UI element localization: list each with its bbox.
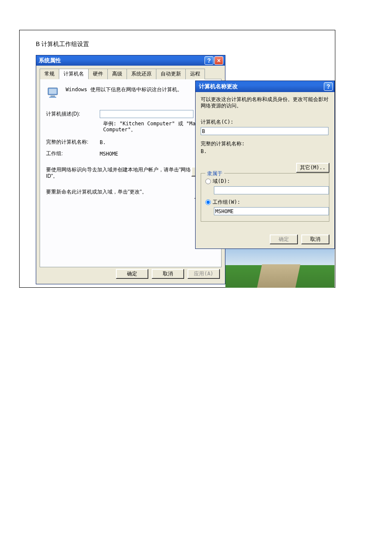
sysprops-cancel-button[interactable]: 取消 (152, 269, 184, 279)
netid-text: 要使用网络标识向导去加入域并创建本地用户帐户，请单击"网络 ID"。 (46, 167, 191, 179)
tab-system-restore[interactable]: 系统还原 (127, 69, 156, 79)
member-of-fieldset: 隶属于 域(D): 工作组(W): (201, 173, 329, 222)
tab-computer-name[interactable]: 计算机名 (59, 69, 89, 79)
svg-rect-2 (51, 95, 55, 97)
svg-rect-1 (49, 89, 57, 94)
tab-advanced[interactable]: 高级 (107, 69, 127, 79)
domain-label: 域(D): (213, 178, 230, 185)
change-text: 要重新命名此计算机或加入域，单击"更改"。 (46, 189, 194, 195)
rename-titlebar[interactable]: 计算机名称更改 ? (196, 81, 334, 92)
close-icon[interactable]: × (214, 56, 223, 65)
section-title: B 计算机工作组设置 (36, 40, 335, 48)
tab-general[interactable]: 常规 (40, 69, 59, 79)
sysprops-tabs: 常规 计算机名 硬件 高级 系统还原 自动更新 远程 (36, 66, 225, 79)
rename-desc: 可以更改这台计算机的名称和成员身份。更改可能会影对网络资源的访问。 (201, 96, 329, 109)
workgroup-input[interactable] (214, 207, 329, 215)
tabpanel-computer-name: Windows 使用以下信息在网络中标识这台计算机。 计算机描述(D): 举例:… (40, 79, 222, 267)
full-name-label2: 完整的计算机名称: (201, 140, 329, 147)
full-name-value2: B. (201, 148, 329, 154)
desc-label: 计算机描述(D): (46, 110, 100, 118)
rename-title: 计算机名称更改 (199, 83, 323, 90)
workgroup-value: MSHOME (100, 151, 118, 157)
sysprops-apply-button[interactable]: 应用(A) (187, 269, 220, 279)
svg-rect-3 (49, 97, 57, 98)
computer-name-change-window: 计算机名称更改 ? 可以更改这台计算机的名称和成员身份。更改可能会影对网络资源的… (195, 81, 335, 249)
full-name-value: B. (100, 139, 106, 145)
computer-name-input[interactable] (201, 127, 329, 135)
tab-auto-update[interactable]: 自动更新 (156, 69, 186, 79)
workgroup-radio-label: 工作组(W): (213, 199, 240, 206)
workgroup-radio[interactable] (205, 199, 211, 205)
name-label: 计算机名(C): (201, 119, 329, 126)
domain-input[interactable] (214, 186, 329, 194)
intro-text: Windows 使用以下信息在网络中标识这台计算机。 (66, 84, 182, 93)
domain-radio[interactable] (205, 179, 211, 184)
tab-remote[interactable]: 远程 (185, 69, 205, 79)
sysprops-ok-button[interactable]: 确定 (116, 269, 148, 279)
full-name-label: 完整的计算机名称: (46, 139, 100, 146)
help-icon[interactable]: ? (205, 56, 213, 65)
tab-hardware[interactable]: 硬件 (88, 69, 108, 79)
sysprops-titlebar[interactable]: 系统属性 ? × (36, 55, 225, 66)
sysprops-title: 系统属性 (39, 57, 204, 64)
desc-input[interactable] (100, 110, 193, 118)
rename-ok-button[interactable]: 确定 (270, 234, 298, 244)
help-icon[interactable]: ? (324, 82, 333, 91)
more-button[interactable]: 其它(M).. (296, 163, 329, 173)
computer-icon (46, 85, 61, 101)
workgroup-label: 工作组: (46, 150, 100, 157)
desktop-background (225, 248, 334, 288)
member-of-legend: 隶属于 (205, 170, 224, 177)
rename-cancel-button[interactable]: 取消 (301, 234, 329, 244)
